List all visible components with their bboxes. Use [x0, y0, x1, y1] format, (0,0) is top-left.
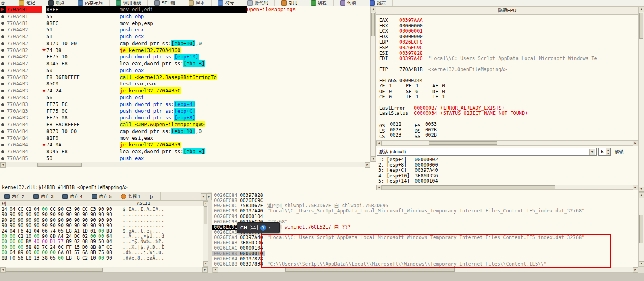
disasm-row[interactable]: 770A4B3FF75 08push dword ptr ss:[ebp+8] — [0, 114, 370, 121]
chevron-down-icon[interactable]: ▼ — [589, 149, 595, 155]
dump-hscroll[interactable]: ◄► — [0, 267, 208, 273]
tab-scroll-right-icon[interactable]: ► — [206, 193, 212, 200]
disasm-row[interactable]: 770A4B550push eax — [0, 155, 370, 162]
toolbar-tab-threads[interactable]: 线程 — [304, 0, 334, 6]
register-row-eip[interactable]: EIP770A4B1B<kernel32.OpenFileMappingA> — [376, 67, 638, 73]
dump-tab-dump-3[interactable]: 内存 3 — [29, 192, 58, 200]
help-icon[interactable]: ? — [260, 225, 266, 231]
chevron-down-small-icon[interactable]: ▾ — [269, 226, 270, 229]
disasm-row[interactable]: 770A4B18BECmov ebp,esp — [0, 20, 370, 27]
dump-row[interactable]: 9090909090909090909090909090............… — [0, 212, 203, 217]
dump-row[interactable]: 8BF056E813380500EBF8C2100090.ðVè.8..ëøÂ.… — [0, 256, 203, 261]
scroll-thumb[interactable] — [285, 268, 455, 272]
scroll-up-icon[interactable]: ▲ — [639, 7, 644, 12]
disasm-row[interactable]: 770A4B2FF75 10push dword ptr ss:[ebp+10] — [0, 54, 370, 60]
scroll-thumb[interactable] — [371, 13, 375, 36]
scroll-down-icon[interactable]: ▼ — [639, 261, 644, 266]
calling-convention-select[interactable]: 默认 (stdcall) ▼ — [377, 148, 597, 156]
toolbar-tab-breakpoints[interactable]: 断点 — [42, 0, 71, 6]
ime-language-label[interactable]: CH — [240, 225, 247, 231]
scroll-left-icon[interactable]: ◄ — [0, 267, 6, 273]
disassembly-view[interactable]: 770A4B18BFFmov edi,ediOpenFileMappingA77… — [0, 6, 370, 162]
disasm-row[interactable]: 770A4B274 38je kernel32.770A4B60 — [0, 47, 370, 54]
stack-row[interactable]: 0026EC8400397828 — [212, 193, 638, 198]
disasm-row[interactable]: 770A4B2E8 36FDFFFFcall <kernel32.Basep8B… — [0, 74, 370, 81]
spinner-down-icon[interactable]: ▼ — [606, 152, 610, 156]
toolbar-tab-seh-chain[interactable]: SEH链 — [148, 0, 182, 6]
scroll-right-icon[interactable]: ► — [633, 141, 638, 146]
disasm-hscroll[interactable]: ◄► — [0, 162, 370, 167]
toolbar-tab-trace[interactable]: 跟踪 — [363, 0, 393, 6]
scroll-down-icon[interactable]: ▼ — [203, 261, 208, 266]
register-row[interactable]: EDI00397A40"Local\\C:_Users_Scr1pt_AppDa… — [376, 56, 638, 62]
stack-hscroll[interactable]: ◄► — [212, 267, 638, 273]
disasm-row[interactable]: 770A4B250push eax — [0, 67, 370, 74]
dump-view[interactable]: 2404CCC20400CC90C390CCC39090$.ÌÂ..Ì.Ã.ÌÃ… — [0, 207, 203, 267]
register-row[interactable]: ECX00000001 — [376, 29, 638, 34]
disasm-row[interactable]: 770A4B251push ecx — [0, 33, 370, 40]
dock-splitter[interactable] — [208, 192, 212, 273]
scroll-thumb[interactable] — [639, 215, 643, 243]
disasm-row[interactable]: 770A4B4837D 10 00cmp dword ptr ss:[ebp+1… — [0, 128, 370, 135]
disasm-row[interactable]: 770A4B474 0Aje kernel32.770A4B59 — [0, 142, 370, 148]
spinner-up-icon[interactable]: ▲ — [606, 148, 610, 152]
disasm-row[interactable]: 770A4B374 24je kernel32.770A4B5C — [0, 87, 370, 94]
register-row[interactable]: EDX00000000 — [376, 34, 638, 40]
disasm-row[interactable]: 770A4B28D45 F8lea eax,dword ptr ss:[ebp-… — [0, 60, 370, 67]
toolbar-tab-references[interactable]: 引用 — [275, 0, 304, 6]
scroll-left-icon[interactable]: ◄ — [376, 185, 382, 190]
scroll-left-icon[interactable]: ◄ — [213, 267, 218, 273]
argument-row[interactable]: 5:[esp+14]00000104 — [376, 179, 638, 184]
register-row[interactable]: EAX00397AAA — [376, 18, 638, 23]
toolbar-tab-handles[interactable]: 句柄 — [334, 0, 363, 6]
scroll-up-icon[interactable]: ▲ — [371, 7, 376, 12]
scroll-thumb[interactable] — [204, 206, 207, 224]
last-status-row[interactable]: LastStatusC0000034(STATUS_OBJECT_NAME_NO… — [376, 111, 638, 117]
args-hscroll[interactable]: ◄► — [376, 185, 638, 190]
disasm-row[interactable]: 770A4B385C0test eax,eax — [0, 81, 370, 87]
tab-scroll-left-icon[interactable]: ◄ — [201, 193, 206, 200]
toolbar-tab-script[interactable]: 脚本 — [182, 0, 212, 6]
toolbar-tab-memory-map[interactable]: 内存布局 — [71, 0, 110, 6]
arguments-view[interactable]: 1:[esp+4]000000022:[esp+8]000000003:[esp… — [376, 157, 638, 184]
disasm-row[interactable]: 770A4B3FF75 0Cpush dword ptr ss:[ebp+C] — [0, 108, 370, 114]
dump-vscroll[interactable]: ▲▼ — [203, 201, 208, 267]
dump-row[interactable]: 2404CCC20400CC90C390CCC39090$.ÌÂ..Ì.Ã.ÌÃ… — [0, 207, 203, 212]
dump-tab-dump-5[interactable]: 内存 5 — [87, 192, 116, 200]
stack-row[interactable]: 0026EC9400000104 — [212, 214, 638, 219]
dump-row[interactable]: 9090909090909090909090909090............… — [0, 223, 203, 228]
disasm-row[interactable]: 770A4B2837D 10 00cmp dword ptr ss:[ebp+1… — [0, 40, 370, 47]
keyboard-icon[interactable] — [250, 225, 258, 230]
disasm-row[interactable]: 770A4B155push ebp — [0, 13, 370, 20]
scroll-up-icon[interactable]: ▲ — [203, 201, 208, 206]
flags-row[interactable]: OF0SF0DF0 — [376, 89, 638, 95]
dump-row[interactable]: 0064890D0000006A01576A8B7508.d‰....j.Wj.… — [0, 250, 203, 255]
segment-row[interactable]: GS002BFS0053 — [376, 122, 638, 127]
scroll-down-icon[interactable]: ▼ — [639, 187, 644, 192]
scroll-down-icon[interactable]: ▼ — [371, 156, 376, 162]
scroll-thumb[interactable] — [639, 13, 643, 39]
flags-row[interactable]: CF0TF1IF1 — [376, 94, 638, 100]
last-status-row[interactable]: LastError000000B7(ERROR_ALREADY_EXISTS) — [376, 106, 638, 111]
toolbar-tab-log[interactable]: 志 — [0, 0, 12, 6]
disasm-row[interactable]: 770A4B48BF0mov esi,eax — [0, 135, 370, 142]
scroll-right-icon[interactable]: ► — [365, 162, 370, 168]
dump-tab-dump-4[interactable]: 内存 4 — [58, 192, 87, 200]
dump-row[interactable]: 0000C21000908DA424DC02000064..Â....¤$Ü..… — [0, 234, 203, 239]
scroll-right-icon[interactable]: ► — [633, 185, 638, 190]
panel-splitter-vertical[interactable] — [376, 6, 376, 192]
segment-row[interactable]: ES002BDS002B — [376, 127, 638, 133]
toolbar-tab-symbols[interactable]: 符号 — [212, 0, 241, 6]
hide-fpu-button[interactable]: 隐藏FPU — [376, 6, 638, 15]
flags-row[interactable]: ZF1PF1AF0 — [376, 83, 638, 89]
segment-row[interactable]: CS0023SS002B — [376, 133, 638, 138]
dump-row[interactable]: 000000BA4000D177890208895004...º@.Ñw‰..‰… — [0, 239, 203, 244]
dump-tab-locals[interactable]: [x= — [145, 192, 161, 200]
disasm-row[interactable]: 770A4B48D45 F8lea eax,dword ptr ss:[ebp-… — [0, 148, 370, 155]
disasm-row[interactable]: 770A4B356push esi — [0, 94, 370, 101]
register-row[interactable]: EBX00000000 — [376, 23, 638, 29]
registers-hscroll[interactable]: ◄► — [376, 140, 638, 146]
disasm-vscroll[interactable]: ▲▼ — [370, 6, 376, 162]
scroll-left-icon[interactable]: ◄ — [376, 141, 382, 146]
disasm-row[interactable]: 770A4B3FF75 FCpush dword ptr ss:[ebp-4] — [0, 101, 370, 108]
